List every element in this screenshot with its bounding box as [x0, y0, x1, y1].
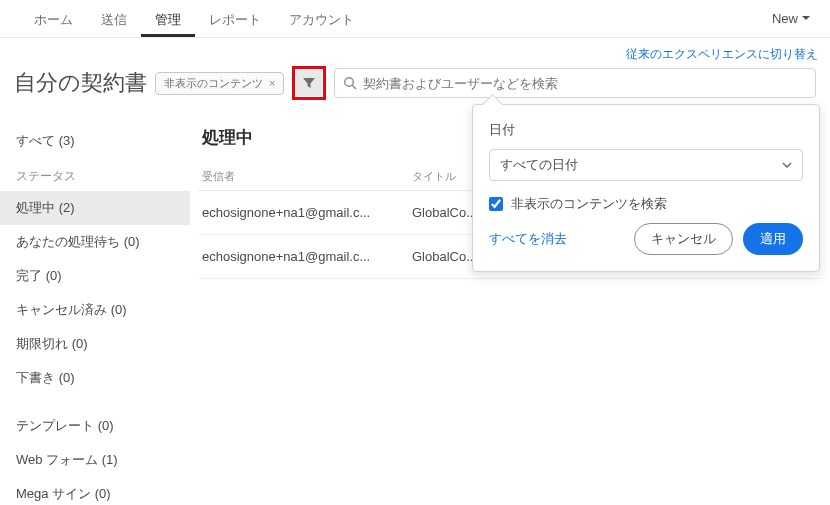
sidebar-item-count: (2) [59, 200, 75, 215]
filter-chip-label: 非表示のコンテンツ [164, 76, 263, 91]
search-hidden-checkbox-label: 非表示のコンテンツを検索 [511, 195, 667, 213]
popover-date-label: 日付 [489, 121, 803, 139]
sidebar-item-completed[interactable]: 完了 (0) [0, 259, 190, 293]
date-select[interactable]: すべての日付 [489, 149, 803, 181]
popover-actions: すべてを消去 キャンセル 適用 [489, 223, 803, 255]
sidebar-item-label: 処理中 [16, 200, 55, 215]
sidebar-item-count: (0) [111, 302, 127, 317]
nav-home[interactable]: ホーム [20, 1, 87, 37]
sidebar-item-label: 完了 [16, 268, 42, 283]
nav-send[interactable]: 送信 [87, 1, 141, 37]
sidebar-item-waiting-for-you[interactable]: あなたの処理待ち (0) [0, 225, 190, 259]
switch-experience-link[interactable]: 従来のエクスペリエンスに切り替え [626, 46, 818, 63]
sidebar-item-megasign[interactable]: Mega サイン (0) [0, 477, 190, 505]
sidebar-item-count: (0) [124, 234, 140, 249]
svg-point-0 [345, 78, 354, 87]
sidebar-item-label: すべて [16, 133, 55, 148]
sidebar-item-label: あなたの処理待ち [16, 234, 120, 249]
sidebar-item-expired[interactable]: 期限切れ (0) [0, 327, 190, 361]
sidebar-item-count: (3) [59, 133, 75, 148]
search-input[interactable] [363, 76, 807, 91]
page-title: 自分の契約書 [14, 68, 147, 98]
clear-all-link[interactable]: すべてを消去 [489, 230, 567, 248]
column-recipient[interactable]: 受信者 [202, 169, 412, 184]
sidebar-item-templates[interactable]: テンプレート (0) [0, 409, 190, 443]
close-icon[interactable]: × [269, 77, 275, 89]
cell-recipient: echosignone+na1@gmail.c... [202, 205, 412, 220]
sidebar-item-in-progress[interactable]: 処理中 (2) [0, 191, 190, 225]
sidebar-item-label: 下書き [16, 370, 55, 385]
sidebar-item-label: テンプレート [16, 418, 94, 433]
filter-button-highlight [292, 66, 326, 100]
filter-button[interactable] [296, 70, 322, 96]
new-dropdown[interactable]: New [772, 11, 810, 26]
sidebar-item-all[interactable]: すべて (3) [0, 124, 190, 158]
top-nav: ホーム 送信 管理 レポート アカウント New [0, 0, 830, 38]
cancel-button[interactable]: キャンセル [634, 223, 733, 255]
sidebar-item-label: キャンセル済み [16, 302, 107, 317]
sidebar-item-label: 期限切れ [16, 336, 68, 351]
date-select-value: すべての日付 [500, 156, 578, 174]
search-hidden-checkbox-input[interactable] [489, 197, 503, 211]
nav-reports[interactable]: レポート [195, 1, 275, 37]
svg-line-1 [353, 85, 357, 89]
nav-manage[interactable]: 管理 [141, 1, 195, 37]
filter-chip-hidden-content[interactable]: 非表示のコンテンツ × [155, 72, 284, 95]
sidebar-item-count: (0) [98, 418, 114, 433]
chevron-down-icon [782, 162, 792, 168]
sidebar-item-count: (0) [95, 486, 111, 501]
chevron-down-icon [802, 16, 810, 21]
search-field[interactable] [334, 68, 816, 98]
apply-button[interactable]: 適用 [743, 223, 803, 255]
sidebar-item-cancelled[interactable]: キャンセル済み (0) [0, 293, 190, 327]
new-dropdown-label: New [772, 11, 798, 26]
sidebar-item-webforms[interactable]: Web フォーム (1) [0, 443, 190, 477]
cell-recipient: echosignone+na1@gmail.c... [202, 249, 412, 264]
filter-icon [302, 76, 316, 90]
sidebar-status-label: ステータス [0, 158, 190, 191]
sidebar-item-count: (1) [102, 452, 118, 467]
sidebar-item-count: (0) [72, 336, 88, 351]
sidebar-item-label: Mega サイン [16, 486, 91, 501]
sidebar: すべて (3) ステータス 処理中 (2) あなたの処理待ち (0) 完了 (0… [0, 110, 190, 505]
header-row: 自分の契約書 非表示のコンテンツ × [0, 56, 830, 110]
search-hidden-checkbox[interactable]: 非表示のコンテンツを検索 [489, 195, 803, 213]
sidebar-item-draft[interactable]: 下書き (0) [0, 361, 190, 395]
nav-account[interactable]: アカウント [275, 1, 368, 37]
sidebar-item-label: Web フォーム [16, 452, 98, 467]
search-icon [343, 76, 357, 90]
sidebar-item-count: (0) [46, 268, 62, 283]
filter-popover: 日付 すべての日付 非表示のコンテンツを検索 すべてを消去 キャンセル 適用 [472, 104, 820, 272]
sidebar-item-count: (0) [59, 370, 75, 385]
